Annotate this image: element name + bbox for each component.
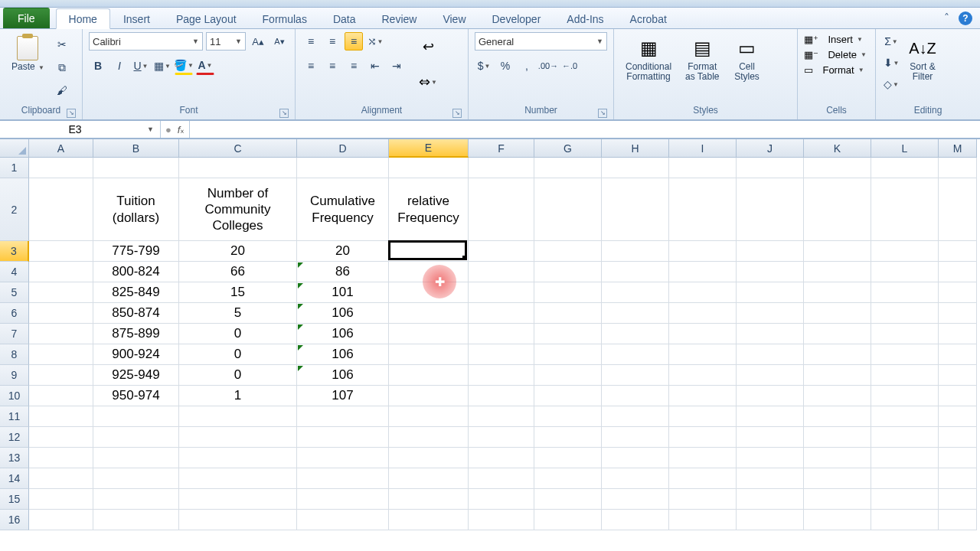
- cell-K15[interactable]: [804, 489, 871, 510]
- cell-L3[interactable]: [871, 241, 939, 262]
- cell-J12[interactable]: [737, 427, 804, 448]
- cell-A1[interactable]: [29, 158, 93, 178]
- cell-F14[interactable]: [469, 468, 534, 489]
- cell-H5[interactable]: [602, 282, 669, 303]
- cell-F1[interactable]: [469, 158, 534, 178]
- cell-G2[interactable]: [534, 178, 602, 241]
- cell-D11[interactable]: [297, 406, 389, 427]
- cell-J9[interactable]: [737, 365, 804, 386]
- paste-button[interactable]: Paste ▼: [6, 32, 50, 75]
- row-header-5[interactable]: 5: [0, 282, 29, 303]
- cell-H14[interactable]: [602, 468, 669, 489]
- cell-D5[interactable]: 101: [297, 282, 389, 303]
- cell-C6[interactable]: 5: [179, 303, 297, 324]
- cell-I6[interactable]: [669, 303, 737, 324]
- cell-D8[interactable]: 106: [297, 344, 389, 365]
- cancel-formula-icon[interactable]: ●: [165, 124, 172, 135]
- col-header-F[interactable]: F: [469, 139, 534, 158]
- cell-J2[interactable]: [737, 178, 804, 241]
- cell-D1[interactable]: [297, 158, 389, 178]
- tab-add-ins[interactable]: Add-Ins: [554, 8, 616, 28]
- tab-data[interactable]: Data: [320, 8, 369, 28]
- row-header-15[interactable]: 15: [0, 489, 29, 510]
- number-launcher[interactable]: ↘: [598, 109, 607, 118]
- cell-B2[interactable]: Tuition (dollars): [93, 178, 179, 241]
- cell-I16[interactable]: [669, 510, 737, 530]
- wrap-text-button[interactable]: ↩: [413, 32, 443, 61]
- cell-M13[interactable]: [939, 448, 977, 468]
- cell-J15[interactable]: [737, 489, 804, 510]
- cell-C7[interactable]: 0: [179, 324, 297, 344]
- cell-A2[interactable]: [29, 178, 93, 241]
- cell-C1[interactable]: [179, 158, 297, 178]
- cell-I7[interactable]: [669, 324, 737, 344]
- cell-C8[interactable]: 0: [179, 344, 297, 365]
- cell-A9[interactable]: [29, 365, 93, 386]
- cell-I3[interactable]: [669, 241, 737, 262]
- cell-H7[interactable]: [602, 324, 669, 344]
- col-header-B[interactable]: B: [93, 139, 179, 158]
- cell-D6[interactable]: 106: [297, 303, 389, 324]
- cell-I4[interactable]: [669, 262, 737, 282]
- cell-K5[interactable]: [804, 282, 871, 303]
- cell-H1[interactable]: [602, 158, 669, 178]
- cell-J8[interactable]: [737, 344, 804, 365]
- cell-C13[interactable]: [179, 448, 297, 468]
- cell-L8[interactable]: [871, 344, 939, 365]
- cell-F16[interactable]: [469, 510, 534, 530]
- cell-F12[interactable]: [469, 427, 534, 448]
- cell-L14[interactable]: [871, 468, 939, 489]
- increase-decimal-icon[interactable]: .00→: [539, 57, 557, 75]
- cell-I10[interactable]: [669, 386, 737, 406]
- cell-J4[interactable]: [737, 262, 804, 282]
- cell-A11[interactable]: [29, 406, 93, 427]
- cell-I11[interactable]: [669, 406, 737, 427]
- fill-icon[interactable]: ⬇▼: [882, 54, 900, 72]
- cell-M1[interactable]: [939, 158, 977, 178]
- row-header-11[interactable]: 11: [0, 406, 29, 427]
- tab-page-layout[interactable]: Page Layout: [163, 8, 250, 28]
- conditional-formatting-button[interactable]: ▦Conditional Formatting: [620, 32, 677, 84]
- cell-J7[interactable]: [737, 324, 804, 344]
- cell-B16[interactable]: [93, 510, 179, 530]
- cell-H10[interactable]: [602, 386, 669, 406]
- cell-F11[interactable]: [469, 406, 534, 427]
- cell-E5[interactable]: [389, 282, 469, 303]
- cell-E14[interactable]: [389, 468, 469, 489]
- cell-K1[interactable]: [804, 158, 871, 178]
- cell-C9[interactable]: 0: [179, 365, 297, 386]
- col-header-M[interactable]: M: [939, 139, 977, 158]
- cell-styles-button[interactable]: ▭Cell Styles: [728, 32, 766, 84]
- cell-C4[interactable]: 66: [179, 262, 297, 282]
- font-size-combo[interactable]: 11▼: [206, 32, 246, 51]
- cell-F10[interactable]: [469, 386, 534, 406]
- row-header-6[interactable]: 6: [0, 303, 29, 324]
- name-box[interactable]: ▼: [0, 121, 161, 138]
- row-header-8[interactable]: 8: [0, 344, 29, 365]
- row-header-4[interactable]: 4: [0, 262, 29, 282]
- cell-C5[interactable]: 15: [179, 282, 297, 303]
- row-header-2[interactable]: 2: [0, 178, 29, 241]
- align-center-icon[interactable]: ≡: [323, 57, 341, 75]
- cell-J5[interactable]: [737, 282, 804, 303]
- cell-G14[interactable]: [534, 468, 602, 489]
- col-header-K[interactable]: K: [804, 139, 871, 158]
- cell-L12[interactable]: [871, 427, 939, 448]
- cell-C2[interactable]: Number of Community Colleges: [179, 178, 297, 241]
- cell-E7[interactable]: [389, 324, 469, 344]
- cell-M4[interactable]: [939, 262, 977, 282]
- cell-M3[interactable]: [939, 241, 977, 262]
- cell-A7[interactable]: [29, 324, 93, 344]
- cell-A15[interactable]: [29, 489, 93, 510]
- cell-B11[interactable]: [93, 406, 179, 427]
- tab-acrobat[interactable]: Acrobat: [617, 8, 680, 28]
- row-header-7[interactable]: 7: [0, 324, 29, 344]
- cell-A16[interactable]: [29, 510, 93, 530]
- cell-B9[interactable]: 925-949: [93, 365, 179, 386]
- cell-M14[interactable]: [939, 468, 977, 489]
- cell-H12[interactable]: [602, 427, 669, 448]
- cell-M7[interactable]: [939, 324, 977, 344]
- cell-B1[interactable]: [93, 158, 179, 178]
- align-bottom-icon[interactable]: ≡: [345, 32, 363, 51]
- tab-developer[interactable]: Developer: [479, 8, 554, 28]
